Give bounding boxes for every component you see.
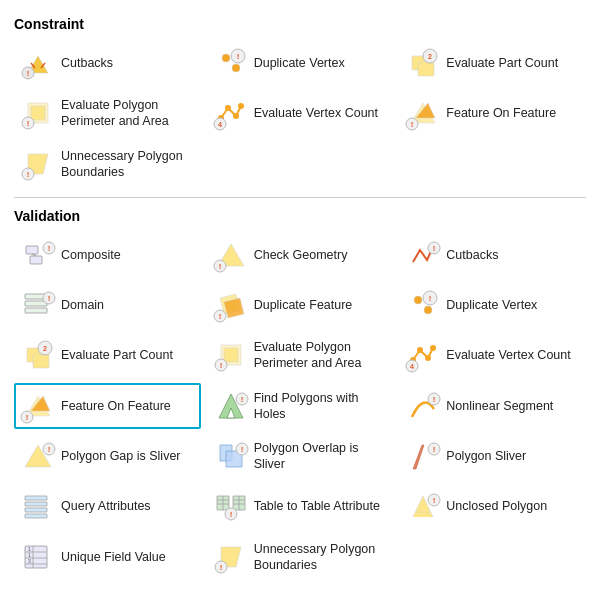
validation-grid: ! Composite ! Check Geometry <box>14 232 586 580</box>
polygon-sliver-v-label: Polygon Sliver <box>446 448 526 464</box>
composite-v-label: Composite <box>61 247 121 263</box>
item-duplicate-vertex-v[interactable]: ! Duplicate Vertex <box>399 282 586 328</box>
svg-rect-90 <box>25 514 47 518</box>
duplicate-vertex-v-icon: ! <box>407 289 439 321</box>
polygon-overlap-v-icon: ! <box>215 440 247 472</box>
unnecessary-polygon-v-icon: ! <box>215 541 247 573</box>
item-polygon-sliver-v[interactable]: ! Polygon Sliver <box>399 433 586 480</box>
svg-text:!: ! <box>433 496 436 505</box>
item-feature-on-feature-v[interactable]: ! Feature On Feature <box>14 383 201 430</box>
item-evaluate-polygon-c[interactable]: ! Evaluate Polygon Perimeter and Area <box>14 90 201 137</box>
svg-point-50 <box>424 306 432 314</box>
cutbacks-v-label: Cutbacks <box>446 247 498 263</box>
item-cutbacks-v[interactable]: ! Cutbacks <box>399 232 586 278</box>
cutbacks-v-icon: ! <box>407 239 439 271</box>
evaluate-vertex-count-c-label: Evaluate Vertex Count <box>254 105 378 121</box>
nonlinear-segment-v-label: Nonlinear Segment <box>446 398 553 414</box>
svg-text:!: ! <box>433 445 436 454</box>
svg-marker-14 <box>31 106 45 120</box>
item-cutbacks-c[interactable]: ! Cutbacks <box>14 40 201 86</box>
svg-text:!: ! <box>219 563 222 572</box>
item-check-geometry-v[interactable]: ! Check Geometry <box>207 232 394 278</box>
svg-text:2: 2 <box>428 53 432 60</box>
svg-point-19 <box>233 113 239 119</box>
svg-rect-30 <box>26 246 38 254</box>
polygon-gap-v-icon: ! <box>22 440 54 472</box>
svg-point-64 <box>430 345 436 351</box>
svg-text:!: ! <box>48 294 51 303</box>
item-table-to-table-v[interactable]: ! Table to Table Attribute <box>207 484 394 530</box>
svg-text:!: ! <box>218 312 221 321</box>
svg-text:!: ! <box>27 170 30 179</box>
item-unnecessary-polygon-c[interactable]: ! Unnecessary Polygon Boundaries <box>14 141 201 188</box>
svg-rect-87 <box>25 496 47 500</box>
svg-text:!: ! <box>433 395 436 404</box>
item-unnecessary-polygon-v[interactable]: ! Unnecessary Polygon Boundaries <box>207 534 394 581</box>
svg-point-63 <box>425 355 431 361</box>
item-domain-v[interactable]: ! Domain <box>14 282 201 328</box>
domain-v-icon: ! <box>22 289 54 321</box>
svg-rect-89 <box>25 508 47 512</box>
query-attributes-v-icon <box>22 491 54 523</box>
cutbacks-c-label: Cutbacks <box>61 55 113 71</box>
polygon-sliver-v-icon: ! <box>407 440 439 472</box>
svg-point-62 <box>417 347 423 353</box>
svg-point-49 <box>414 296 422 304</box>
svg-text:!: ! <box>27 69 30 78</box>
item-unique-field-v[interactable]: 1 1 3 Unique Field Value <box>14 534 201 581</box>
duplicate-vertex-c-icon: ! <box>215 47 247 79</box>
evaluate-polygon-v-icon: ! <box>215 339 247 371</box>
svg-text:!: ! <box>236 52 239 61</box>
item-composite-v[interactable]: ! Composite <box>14 232 201 278</box>
item-evaluate-vertex-count-v[interactable]: 4 Evaluate Vertex Count <box>399 332 586 379</box>
item-evaluate-part-count-c[interactable]: 2 Evaluate Part Count <box>399 40 586 86</box>
check-geometry-v-icon: ! <box>215 239 247 271</box>
svg-text:!: ! <box>219 361 222 370</box>
svg-text:!: ! <box>411 120 414 129</box>
polygon-overlap-v-label: Polygon Overlap is Sliver <box>254 440 386 473</box>
feature-on-feature-c-label: Feature On Feature <box>446 105 556 121</box>
evaluate-part-count-v-icon: 2 <box>22 339 54 371</box>
svg-text:!: ! <box>27 119 30 128</box>
item-polygon-gap-v[interactable]: ! Polygon Gap is Sliver <box>14 433 201 480</box>
validation-section: Validation ! Composite <box>14 208 586 580</box>
svg-point-6 <box>232 64 240 72</box>
item-evaluate-polygon-v[interactable]: ! Evaluate Polygon Perimeter and Area <box>207 332 394 379</box>
svg-marker-84 <box>413 445 424 469</box>
svg-rect-10 <box>418 62 434 76</box>
item-nonlinear-segment-v[interactable]: ! Nonlinear Segment <box>399 383 586 430</box>
item-unclosed-polygon-v[interactable]: ! Unclosed Polygon <box>399 484 586 530</box>
item-polygon-overlap-v[interactable]: ! Polygon Overlap is Sliver <box>207 433 394 480</box>
evaluate-part-count-v-label: Evaluate Part Count <box>61 347 173 363</box>
constraint-section: Constraint ! Cutbacks <box>14 16 586 187</box>
feature-on-feature-v-icon: ! <box>22 390 54 422</box>
duplicate-vertex-c-label: Duplicate Vertex <box>254 55 345 71</box>
evaluate-part-count-c-label: Evaluate Part Count <box>446 55 558 71</box>
item-duplicate-vertex-c[interactable]: ! Duplicate Vertex <box>207 40 394 86</box>
item-feature-on-feature-c[interactable]: ! Feature On Feature <box>399 90 586 137</box>
svg-text:!: ! <box>433 244 436 253</box>
item-duplicate-feature-v[interactable]: ! Duplicate Feature <box>207 282 394 328</box>
main-container: Constraint ! Cutbacks <box>0 0 600 592</box>
table-to-table-v-icon: ! <box>215 491 247 523</box>
svg-text:2: 2 <box>43 345 47 352</box>
item-evaluate-part-count-v[interactable]: 2 Evaluate Part Count <box>14 332 201 379</box>
item-evaluate-vertex-count-c[interactable]: 4 Evaluate Vertex Count <box>207 90 394 137</box>
item-find-polygons-v[interactable]: ! Find Polygons with Holes <box>207 383 394 430</box>
item-query-attributes-v[interactable]: Query Attributes <box>14 484 201 530</box>
find-polygons-v-label: Find Polygons with Holes <box>254 390 386 423</box>
svg-text:4: 4 <box>218 121 222 128</box>
duplicate-feature-v-icon: ! <box>215 289 247 321</box>
svg-text:!: ! <box>429 294 432 303</box>
polygon-gap-v-label: Polygon Gap is Sliver <box>61 448 181 464</box>
svg-rect-31 <box>30 256 42 264</box>
svg-rect-42 <box>25 308 47 313</box>
svg-point-20 <box>238 103 244 109</box>
domain-v-label: Domain <box>61 297 104 313</box>
feature-on-feature-c-icon: ! <box>407 97 439 129</box>
svg-text:!: ! <box>240 445 243 454</box>
evaluate-polygon-c-label: Evaluate Polygon Perimeter and Area <box>61 97 193 130</box>
svg-text:!: ! <box>26 413 29 422</box>
validation-title: Validation <box>14 208 586 224</box>
nonlinear-segment-v-icon: ! <box>407 390 439 422</box>
